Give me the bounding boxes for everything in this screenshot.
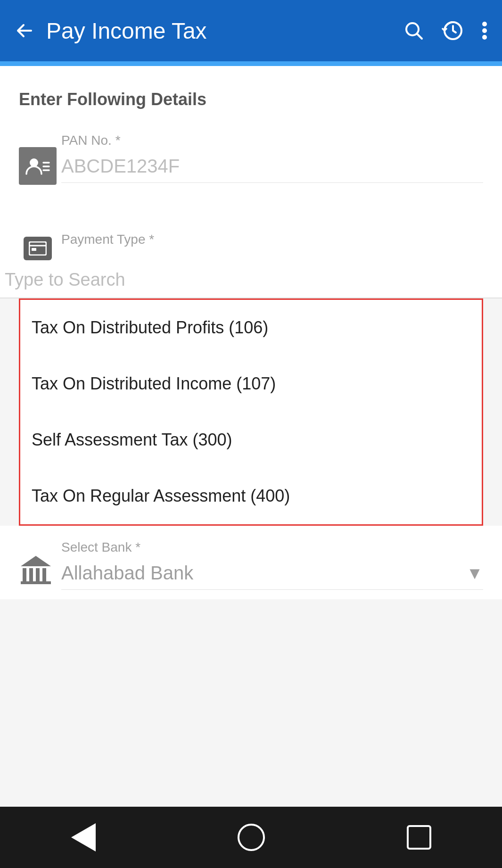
nav-recents-icon	[407, 825, 431, 850]
svg-point-3	[482, 28, 487, 33]
svg-rect-15	[42, 568, 46, 581]
pan-label: PAN No. *	[61, 133, 483, 148]
dropdown-item-0[interactable]: Tax On Distributed Profits (106)	[20, 300, 482, 356]
payment-type-header: Payment Type *	[0, 223, 502, 260]
page-title: Pay Income Tax	[46, 18, 403, 44]
bottom-nav-bar	[0, 807, 502, 868]
nav-home-icon	[238, 824, 265, 851]
pan-field-container: PAN No. * ABCDE1234F	[57, 133, 483, 183]
pan-field-row: PAN No. * ABCDE1234F	[19, 133, 483, 190]
dropdown-item-2[interactable]: Self Assessment Tax (300)	[20, 412, 482, 468]
pan-icon	[19, 147, 57, 185]
select-bank-section: Select Bank * Allahabad Bank ▼	[0, 526, 502, 599]
search-icon[interactable]	[403, 20, 425, 41]
bank-select-row[interactable]: Allahabad Bank ▼	[61, 559, 483, 590]
svg-rect-13	[29, 568, 33, 581]
back-button[interactable]	[14, 20, 35, 41]
app-bar: Pay Income Tax	[0, 0, 502, 61]
more-options-icon[interactable]	[481, 19, 488, 42]
section-title: Enter Following Details	[19, 90, 483, 109]
accent-bar	[0, 61, 502, 66]
card-icon	[24, 237, 52, 260]
bank-value: Allahabad Bank	[61, 562, 466, 584]
payment-type-icon-box	[19, 237, 57, 260]
history-icon[interactable]	[442, 19, 464, 42]
nav-back-icon	[71, 823, 96, 851]
payment-type-dropdown: Tax On Distributed Profits (106) Tax On …	[19, 298, 483, 526]
payment-type-section: Payment Type * Type to Search	[0, 223, 502, 298]
nav-back-button[interactable]	[71, 823, 96, 851]
bank-icon-container	[19, 554, 57, 588]
svg-point-2	[482, 22, 487, 26]
bank-field: Select Bank * Allahabad Bank ▼	[57, 540, 483, 590]
nav-recents-button[interactable]	[407, 825, 431, 850]
payment-type-field: Payment Type *	[57, 232, 483, 251]
search-input-area: Type to Search	[0, 260, 502, 298]
payment-type-search-input[interactable]: Type to Search	[0, 270, 502, 290]
pan-input[interactable]: ABCDE1234F	[61, 152, 483, 183]
main-content: Enter Following Details PAN No. * ABCDE1…	[0, 66, 502, 223]
svg-rect-12	[23, 568, 26, 581]
svg-marker-16	[21, 556, 51, 566]
svg-rect-17	[21, 581, 51, 584]
svg-rect-14	[36, 568, 40, 581]
payment-type-label: Payment Type *	[61, 232, 483, 247]
bank-label: Select Bank *	[61, 540, 483, 555]
nav-home-button[interactable]	[238, 824, 265, 851]
svg-rect-11	[32, 248, 36, 251]
dropdown-item-1[interactable]: Tax On Distributed Income (107)	[20, 356, 482, 412]
bank-dropdown-arrow-icon: ▼	[466, 563, 483, 583]
dropdown-item-3[interactable]: Tax On Regular Assessment (400)	[20, 468, 482, 524]
person-card-icon	[19, 147, 57, 185]
svg-point-4	[482, 35, 487, 40]
action-buttons	[403, 19, 488, 42]
